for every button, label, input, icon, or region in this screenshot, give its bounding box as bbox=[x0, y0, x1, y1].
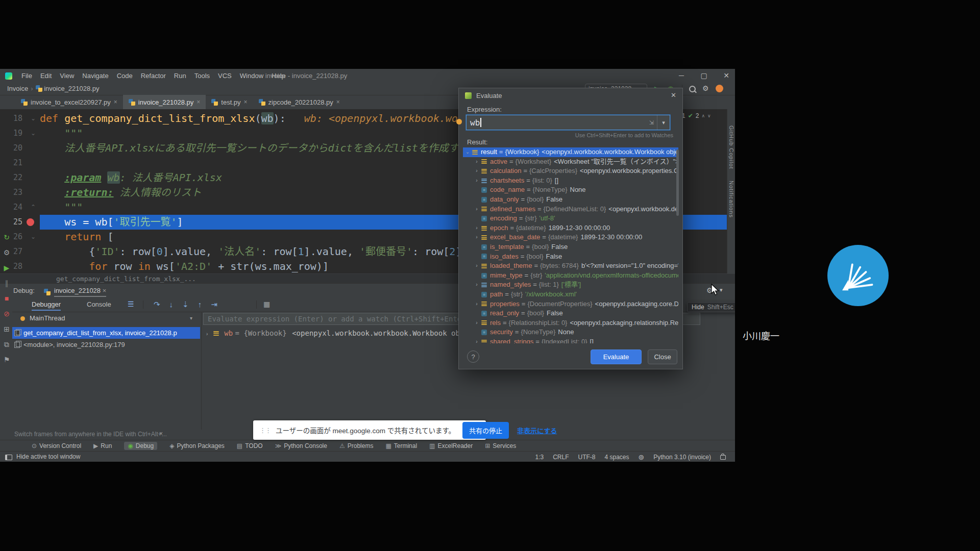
user-avatar[interactable] bbox=[716, 85, 723, 92]
help-button[interactable]: ? bbox=[467, 350, 479, 363]
drag-handle-icon[interactable]: ⋮⋮ bbox=[259, 427, 271, 434]
settings-gear-icon[interactable]: ⚙ bbox=[702, 84, 709, 92]
result-tree-row[interactable]: ›excel_base_date={datetime}1899-12-30 00… bbox=[463, 233, 678, 242]
tree-scrollbar[interactable] bbox=[676, 149, 679, 216]
editor-tab[interactable]: zipcode_20221028.py× bbox=[253, 95, 346, 109]
result-tree-row[interactable]: =mime_type={str}'application/vnd.openxml… bbox=[463, 271, 678, 281]
chevron-down-icon[interactable]: ∨ bbox=[707, 113, 711, 118]
tool-window-toggle-icon[interactable] bbox=[5, 455, 12, 460]
force-step-into-icon[interactable]: ⇣ bbox=[182, 300, 189, 309]
dialog-close-icon[interactable]: ✕ bbox=[671, 91, 676, 99]
mute-breakpoints-icon[interactable]: ⊘ bbox=[1, 309, 12, 319]
close-icon[interactable]: × bbox=[244, 98, 248, 106]
toolwindow-debug[interactable]: ◉Debug bbox=[124, 442, 157, 450]
close-icon[interactable]: × bbox=[103, 287, 107, 294]
lock-icon[interactable] bbox=[720, 455, 726, 460]
breakpoint-icon[interactable] bbox=[27, 218, 34, 226]
menu-vcs[interactable]: VCS bbox=[214, 69, 236, 83]
toolwindow-run[interactable]: ▶Run bbox=[93, 442, 112, 449]
search-icon[interactable] bbox=[689, 86, 696, 92]
stop-icon[interactable]: ■ bbox=[1, 293, 12, 304]
toolwindow-excelreader[interactable]: ▥ExcelReader bbox=[429, 442, 473, 449]
toolwindow-services[interactable]: ⊞Services bbox=[485, 442, 516, 449]
toolwindow-todo[interactable]: ▤TODO bbox=[237, 442, 263, 449]
toolwindow-python-console[interactable]: ≫Python Console bbox=[275, 442, 327, 449]
restore-layout-icon[interactable]: ⧉ bbox=[1, 339, 12, 349]
breadcrumb[interactable]: Invoice› invoice_221028.py bbox=[7, 85, 100, 92]
step-out-icon[interactable]: ↑ bbox=[198, 300, 202, 309]
fold-marker-icon[interactable]: ⌄ bbox=[31, 230, 36, 244]
stack-frame-current[interactable]: get_company_dict_list_from_xlsx, invoice… bbox=[12, 327, 200, 339]
debugger-settings-icon[interactable]: ⚙ bbox=[1, 247, 12, 258]
expression-input[interactable]: wb ⇲ ▾ bbox=[466, 115, 670, 130]
result-tree-row[interactable]: =code_name={NoneType}None bbox=[463, 185, 678, 195]
bookmark-icon[interactable]: ⚑ bbox=[1, 355, 12, 365]
pause-icon[interactable]: ∥ bbox=[1, 278, 12, 288]
editor-tab[interactable]: invoice_221028.py× bbox=[123, 95, 206, 109]
expression-history-dropdown[interactable]: ▾ bbox=[657, 115, 670, 130]
minimize-button[interactable]: ─ bbox=[673, 69, 690, 83]
fold-marker-icon[interactable]: ⌄ bbox=[31, 126, 36, 141]
evaluate-expression-icon[interactable]: ▦ bbox=[263, 300, 270, 308]
result-tree-row[interactable]: ›defined_names={DefinedNameList: 0}<open… bbox=[463, 205, 678, 214]
status-item[interactable]: 4 spaces bbox=[605, 454, 629, 461]
breadcrumb-project[interactable]: Invoice bbox=[7, 85, 28, 92]
result-tree-row[interactable]: ›rels={RelationshipList: 0}<openpyxl.pac… bbox=[463, 318, 678, 328]
result-tree-row[interactable]: ›named_styles={list: 1}['標準'] bbox=[463, 280, 678, 290]
menu-code[interactable]: Code bbox=[113, 69, 137, 83]
evaluate-button[interactable]: Evaluate bbox=[591, 349, 642, 364]
dialog-title-bar[interactable]: Evaluate ✕ bbox=[459, 88, 682, 103]
thread-selector[interactable]: MainThread ▾ bbox=[12, 313, 200, 325]
inspections-widget[interactable]: 1 ✔ 2 ∧ ∨ bbox=[682, 112, 711, 119]
result-tree-row[interactable]: ›shared_strings={IndexedList: 0}[] bbox=[463, 337, 678, 343]
menu-file[interactable]: File bbox=[17, 69, 36, 83]
result-tree-row[interactable]: =data_only={bool}False bbox=[463, 195, 678, 205]
step-into-icon[interactable]: ↓ bbox=[169, 300, 174, 309]
tab-debugger[interactable]: Debugger bbox=[32, 300, 61, 311]
menu-view[interactable]: View bbox=[56, 69, 78, 83]
result-tree-row[interactable]: ›loaded_theme={bytes: 6784}b'<?xml versi… bbox=[463, 261, 678, 271]
result-tree-row[interactable]: ›properties={DocumentProperties}<openpyx… bbox=[463, 299, 678, 309]
expand-arrow-icon[interactable]: › bbox=[203, 331, 211, 337]
expand-editor-icon[interactable]: ⇲ bbox=[649, 119, 657, 126]
debug-session-tab[interactable]: invoice_221028 × bbox=[54, 287, 106, 297]
status-item[interactable]: 1:3 bbox=[535, 454, 544, 461]
toolwindow-version-control[interactable]: ⊙Version Control bbox=[32, 442, 81, 449]
result-tree-row[interactable]: ›epoch={datetime}1899-12-30 00:00:00 bbox=[463, 223, 678, 233]
maximize-button[interactable]: ▢ bbox=[695, 69, 713, 83]
result-tree-row[interactable]: ›active={Worksheet}<Worksheet "取引先一覧（インボ… bbox=[463, 157, 678, 167]
toolwindow-python-packages[interactable]: ◈Python Packages bbox=[169, 442, 225, 449]
close-icon[interactable]: × bbox=[114, 98, 117, 106]
status-item[interactable]: UTF-8 bbox=[578, 454, 596, 461]
chevron-up-icon[interactable]: ∧ bbox=[701, 113, 705, 118]
resume-icon[interactable]: ▶ bbox=[1, 263, 12, 273]
result-tree-row[interactable]: =path={str}'/xl/workbook.xml' bbox=[463, 290, 678, 299]
close-button[interactable]: ✕ bbox=[718, 69, 735, 83]
github-icon[interactable]: ⊚ bbox=[639, 453, 645, 461]
close-icon[interactable]: × bbox=[197, 98, 200, 106]
tool-stripe-notifications[interactable]: Notifications bbox=[728, 181, 734, 218]
menu-run[interactable]: Run bbox=[170, 69, 190, 83]
result-tree-row[interactable]: =security={NoneType}None bbox=[463, 328, 678, 337]
rerun-icon[interactable]: ↻ bbox=[1, 232, 12, 242]
status-item[interactable]: Python 3.10 (invoice) bbox=[653, 454, 711, 461]
hide-banner-link[interactable]: 非表示にする bbox=[517, 425, 557, 435]
stack-frame-module[interactable]: <module>, invoice_221028.py:179 bbox=[12, 339, 200, 350]
result-tree-row[interactable]: =read_only={bool}False bbox=[463, 309, 678, 318]
result-tree-row[interactable]: ›calculation={CalcProperties}<openpyxl.w… bbox=[463, 166, 678, 176]
toolwindow-terminal[interactable]: ▦Terminal bbox=[385, 442, 417, 449]
stop-sharing-button[interactable]: 共有の停止 bbox=[462, 422, 509, 439]
menu-refactor[interactable]: Refactor bbox=[137, 69, 170, 83]
result-tree-row[interactable]: ⌄result={Workbook}<openpyxl.workbook.wor… bbox=[463, 147, 678, 157]
editor-tab[interactable]: invoice_to_excel220927.py× bbox=[15, 95, 123, 109]
result-tree-row[interactable]: =is_template={bool}False bbox=[463, 242, 678, 252]
close-button[interactable]: Close bbox=[648, 349, 677, 364]
layout-menu-icon[interactable]: ☰ bbox=[128, 300, 134, 308]
result-tree-row[interactable]: ›chartsheets={list: 0}[] bbox=[463, 176, 678, 186]
status-item[interactable]: CRLF bbox=[553, 454, 569, 461]
fold-marker-icon[interactable]: ⌃ bbox=[31, 200, 36, 215]
toolwindow-problems[interactable]: ⚠Problems bbox=[339, 442, 373, 449]
step-over-icon[interactable]: ↷ bbox=[154, 300, 160, 309]
fold-marker-icon[interactable]: ⌄ bbox=[31, 111, 36, 126]
menu-navigate[interactable]: Navigate bbox=[78, 69, 112, 83]
